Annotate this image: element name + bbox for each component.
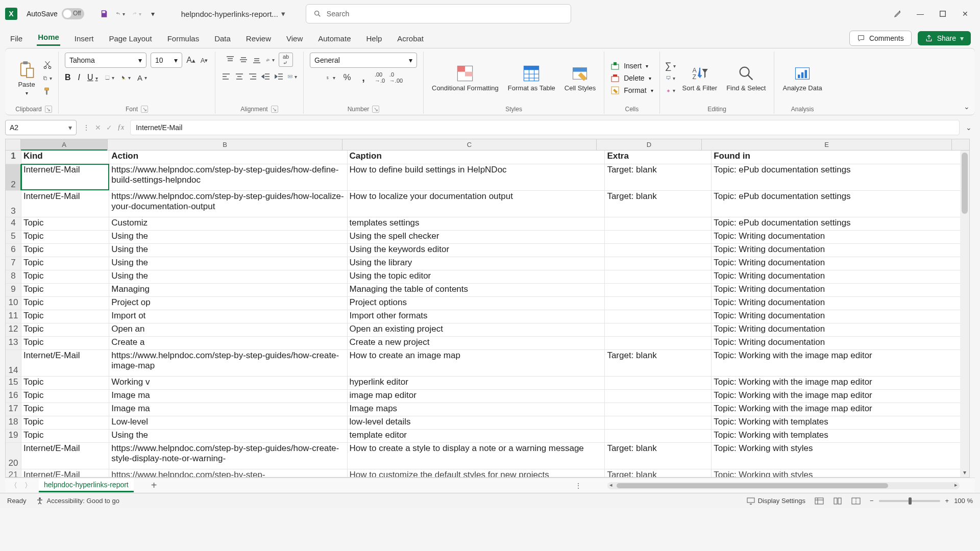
percent-format-icon[interactable]: % — [342, 73, 352, 82]
alignment-launcher-icon[interactable]: ↘ — [271, 106, 278, 113]
font-color-icon[interactable]: A — [138, 73, 147, 82]
wrap-text-icon[interactable]: ab⤶ — [279, 53, 293, 67]
cell[interactable]: Topic — [21, 217, 109, 230]
cell[interactable]: Customiz — [109, 217, 347, 230]
font-launcher-icon[interactable]: ↘ — [141, 106, 148, 113]
increase-decimal-icon[interactable]: .00→.0 — [375, 73, 384, 82]
vertical-scrollbar[interactable]: ▴ ▾ — [960, 151, 969, 477]
cell[interactable]: How to define build settings in HelpNDoc — [347, 164, 605, 190]
col-header-C[interactable]: C — [342, 139, 597, 150]
cell[interactable] — [605, 283, 712, 296]
tab-page-layout[interactable]: Page Layout — [108, 31, 153, 46]
cell[interactable]: Target: blank — [605, 349, 712, 376]
ribbon-collapse-icon[interactable]: ⌄ — [964, 103, 970, 111]
row-header[interactable]: 14 — [6, 349, 21, 376]
cell[interactable]: Topic — [21, 230, 109, 243]
copy-icon[interactable] — [43, 73, 52, 83]
cell[interactable] — [605, 243, 712, 257]
cell[interactable]: Topic — [21, 243, 109, 257]
search-box[interactable]: Search — [306, 4, 571, 23]
cell[interactable] — [605, 429, 712, 442]
cell[interactable]: Managing — [109, 283, 347, 296]
cell[interactable]: Internet/E-Mail — [21, 349, 109, 376]
row-header[interactable]: 3 — [6, 190, 21, 217]
insert-cells-button[interactable]: Insert▾ — [610, 61, 653, 70]
number-format-combo[interactable]: General▾ — [310, 53, 417, 68]
align-middle-icon[interactable] — [239, 55, 248, 64]
clipboard-launcher-icon[interactable]: ↘ — [45, 106, 52, 113]
cell[interactable]: Topic: Writing documentation — [712, 310, 960, 323]
cell[interactable] — [605, 323, 712, 336]
cell[interactable]: Using the keywords editor — [347, 243, 605, 257]
view-page-break-icon[interactable] — [851, 496, 861, 506]
document-title[interactable]: helpndoc-hyperlinks-report...▾ — [181, 9, 285, 18]
cell[interactable]: Create a new project — [347, 336, 605, 349]
number-launcher-icon[interactable]: ↘ — [372, 106, 379, 113]
cell[interactable]: Open an existing project — [347, 323, 605, 336]
cell[interactable]: Topic: Writing documentation — [712, 243, 960, 257]
align-bottom-icon[interactable] — [252, 55, 261, 64]
expand-formula-bar-icon[interactable]: ⌄ — [963, 123, 975, 132]
hscroll-thumb[interactable] — [617, 483, 888, 488]
sheet-prev-icon[interactable]: 〈 — [10, 481, 17, 490]
row-header[interactable]: 13 — [6, 336, 21, 349]
row-header[interactable]: 21 — [6, 469, 21, 477]
vscroll-thumb[interactable] — [962, 153, 968, 214]
cell[interactable]: How to create a style to display a note … — [347, 442, 605, 469]
accessibility-status[interactable]: Accessibility: Good to go — [36, 497, 119, 505]
row-header[interactable]: 9 — [6, 283, 21, 296]
cell[interactable]: Topic — [21, 323, 109, 336]
cell[interactable] — [605, 230, 712, 243]
cell[interactable]: Image ma — [109, 389, 347, 403]
cell[interactable] — [605, 310, 712, 323]
cell[interactable]: image map editor — [347, 389, 605, 403]
cell[interactable]: Image maps — [347, 403, 605, 416]
font-name-combo[interactable]: Tahoma▾ — [65, 53, 146, 68]
cell[interactable]: Topic — [21, 310, 109, 323]
horizontal-scrollbar[interactable]: ◂ ▸ — [607, 482, 960, 489]
conditional-formatting-button[interactable]: Conditional Formatting — [430, 64, 501, 92]
cell[interactable]: Topic — [21, 389, 109, 403]
align-top-icon[interactable] — [226, 55, 235, 64]
row-header[interactable]: 5 — [6, 230, 21, 243]
decrease-decimal-icon[interactable]: .0→.00 — [391, 73, 401, 82]
row-header[interactable]: 10 — [6, 296, 21, 310]
row-header[interactable]: 2 — [6, 164, 21, 190]
cell[interactable]: Topic — [21, 376, 109, 389]
view-page-layout-icon[interactable] — [833, 496, 842, 506]
tab-review[interactable]: Review — [245, 31, 272, 46]
worksheet-grid[interactable]: A B C D E 1 Kind Action Caption Extra Fo… — [5, 139, 970, 478]
cell[interactable] — [605, 389, 712, 403]
cell[interactable]: Topic: ePub documentation settings — [712, 164, 960, 190]
decrease-indent-icon[interactable] — [261, 72, 271, 81]
row-header[interactable]: 11 — [6, 310, 21, 323]
row-header[interactable]: 12 — [6, 323, 21, 336]
italic-button[interactable]: I — [78, 73, 80, 82]
cell[interactable]: Using the spell checker — [347, 230, 605, 243]
merge-center-icon[interactable] — [288, 72, 297, 81]
cell[interactable]: How to create an image map — [347, 349, 605, 376]
cell[interactable]: Internet/E-Mail — [21, 190, 109, 217]
col-header-A[interactable]: A — [21, 139, 108, 150]
tab-insert[interactable]: Insert — [74, 31, 95, 46]
align-center-icon[interactable] — [235, 72, 244, 81]
cell[interactable]: low-level details — [347, 416, 605, 429]
cell[interactable] — [605, 217, 712, 230]
cell[interactable] — [605, 296, 712, 310]
name-box[interactable]: A2▾ — [5, 120, 77, 135]
format-cells-button[interactable]: Format▾ — [610, 86, 653, 95]
row-header[interactable]: 1 — [6, 151, 21, 164]
delete-cells-button[interactable]: Delete▾ — [610, 73, 653, 83]
tab-home[interactable]: Home — [37, 30, 60, 46]
share-button[interactable]: Share▾ — [918, 31, 971, 45]
cell[interactable]: Topic: ePub documentation settings — [712, 217, 960, 230]
row-header[interactable]: 20 — [6, 442, 21, 469]
accounting-format-icon[interactable]: $ — [326, 73, 335, 82]
cell[interactable]: Topic — [21, 403, 109, 416]
sheet-menu-icon[interactable]: ⋮ — [575, 482, 582, 490]
cell[interactable]: https://www.helpndoc.com/step-by-step-gu… — [109, 349, 347, 376]
cell[interactable]: Topic: Working with templates — [712, 429, 960, 442]
cell[interactable]: Using the — [109, 230, 347, 243]
cut-icon[interactable] — [43, 60, 52, 69]
cell[interactable]: Target: blank — [605, 190, 712, 217]
